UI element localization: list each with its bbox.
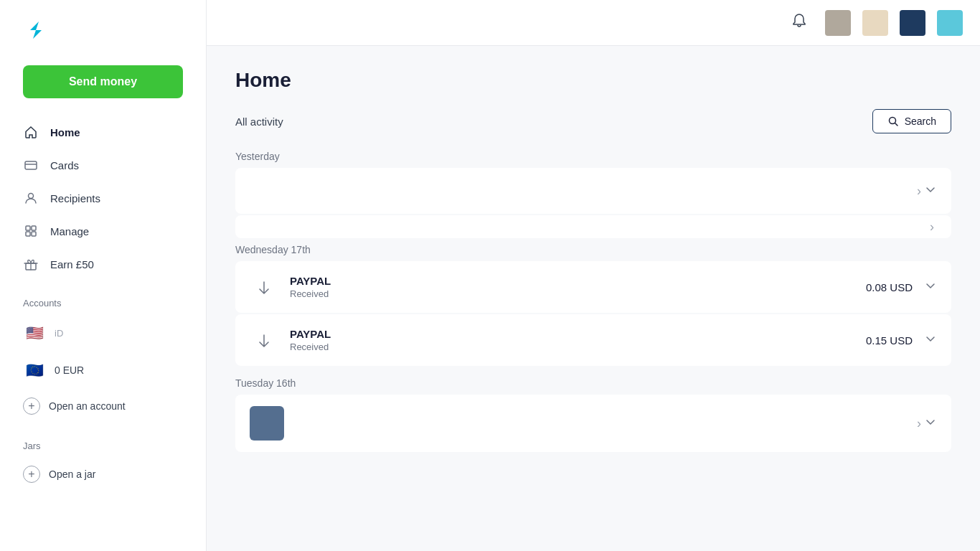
avatar-4 bbox=[937, 10, 963, 36]
eur-flag: 🇪🇺 bbox=[23, 359, 46, 382]
transaction-1-amount: 0.08 USD bbox=[866, 281, 913, 293]
page-content: Home All activity Search Yesterday › bbox=[207, 46, 980, 551]
svg-rect-3 bbox=[26, 226, 30, 230]
page-title: Home bbox=[235, 69, 951, 92]
avatar-2 bbox=[862, 10, 888, 36]
svg-rect-0 bbox=[25, 161, 37, 169]
logo-area bbox=[0, 0, 206, 60]
yesterday-chevron-right-1: › bbox=[917, 184, 921, 199]
sidebar-item-recipients[interactable]: Recipients bbox=[0, 182, 206, 215]
transaction-2-chevron bbox=[924, 332, 937, 349]
yesterday-chevron-down bbox=[924, 183, 937, 199]
accounts-section-label: Accounts bbox=[0, 286, 206, 314]
grid-icon bbox=[23, 223, 39, 239]
transaction-2-sub: Received bbox=[290, 342, 866, 352]
svg-rect-5 bbox=[26, 232, 30, 236]
sidebar-item-cards-label: Cards bbox=[50, 159, 79, 171]
transaction-2-details: PAYPAL Received bbox=[290, 328, 866, 352]
sidebar-item-home[interactable]: Home bbox=[0, 116, 206, 149]
bell-icon[interactable] bbox=[791, 12, 808, 34]
search-button-label: Search bbox=[905, 116, 936, 127]
paypal-received-icon-1 bbox=[250, 273, 278, 301]
eur-account-info: 0 EUR bbox=[55, 364, 84, 376]
avatar-1 bbox=[825, 10, 851, 36]
tuesday-transaction-icon bbox=[250, 406, 284, 441]
sidebar: Send money Home Cards bbox=[0, 0, 207, 551]
home-icon bbox=[23, 124, 39, 140]
yesterday-sub-row: › bbox=[235, 215, 951, 238]
main-content: Home All activity Search Yesterday › bbox=[207, 0, 980, 551]
tuesday-activity-row[interactable]: › bbox=[235, 395, 951, 452]
jars-section-label: Jars bbox=[0, 429, 206, 457]
svg-point-2 bbox=[29, 194, 34, 199]
revolut-logo bbox=[23, 17, 49, 48]
tuesday-chevron-down bbox=[924, 415, 937, 432]
search-button[interactable]: Search bbox=[872, 109, 951, 133]
person-icon bbox=[23, 190, 39, 206]
sidebar-item-cards[interactable]: Cards bbox=[0, 149, 206, 182]
open-jar-button[interactable]: + Open a jar bbox=[0, 457, 206, 491]
sidebar-item-earn[interactable]: Earn £50 bbox=[0, 248, 206, 281]
open-jar-label: Open a jar bbox=[49, 468, 95, 480]
nav-section: Home Cards Recipients bbox=[0, 116, 206, 286]
tuesday-chevron-right: › bbox=[917, 416, 921, 431]
plus-icon: + bbox=[23, 397, 40, 415]
yesterday-date-label: Yesterday bbox=[235, 151, 951, 162]
eur-account-item[interactable]: 🇪🇺 0 EUR bbox=[0, 352, 206, 389]
sidebar-item-recipients-label: Recipients bbox=[50, 192, 100, 204]
sidebar-item-home-label: Home bbox=[50, 126, 80, 138]
transaction-1-sub: Received bbox=[290, 288, 866, 299]
sidebar-item-manage[interactable]: Manage bbox=[0, 215, 206, 248]
search-icon bbox=[887, 116, 899, 127]
usd-flag: 🇺🇸 bbox=[23, 321, 46, 344]
sidebar-item-earn-label: Earn £50 bbox=[50, 258, 94, 270]
svg-line-9 bbox=[895, 123, 897, 126]
usd-account-item[interactable]: 🇺🇸 iD bbox=[0, 314, 206, 352]
all-activity-label: All activity bbox=[235, 116, 283, 128]
tuesday-date-label: Tuesday 16th bbox=[235, 377, 951, 389]
open-account-button[interactable]: + Open an account bbox=[0, 389, 206, 423]
card-icon bbox=[23, 157, 39, 173]
svg-rect-4 bbox=[32, 226, 36, 230]
svg-rect-6 bbox=[32, 232, 36, 236]
transaction-2-amount: 0.15 USD bbox=[866, 334, 913, 347]
eur-account-balance: 0 EUR bbox=[55, 364, 84, 376]
open-jar-plus-icon: + bbox=[23, 466, 40, 483]
top-header bbox=[207, 0, 980, 46]
open-account-label: Open an account bbox=[49, 400, 126, 412]
avatar-3 bbox=[900, 10, 925, 36]
yesterday-activity-row[interactable]: › bbox=[235, 168, 951, 214]
wednesday-date-label: Wednesday 17th bbox=[235, 244, 951, 255]
sidebar-item-manage-label: Manage bbox=[50, 225, 89, 237]
activity-header: All activity Search bbox=[235, 109, 951, 133]
transaction-row-2[interactable]: PAYPAL Received 0.15 USD bbox=[235, 314, 951, 366]
gift-icon bbox=[23, 256, 39, 272]
transaction-row-1[interactable]: PAYPAL Received 0.08 USD bbox=[235, 261, 951, 313]
transaction-2-name: PAYPAL bbox=[290, 328, 866, 340]
transaction-1-details: PAYPAL Received bbox=[290, 275, 866, 299]
transaction-1-chevron bbox=[924, 279, 937, 296]
send-money-button[interactable]: Send money bbox=[23, 65, 183, 98]
transaction-1-name: PAYPAL bbox=[290, 275, 866, 287]
yesterday-chevron-right-2: › bbox=[930, 220, 934, 235]
paypal-received-icon-2 bbox=[250, 326, 278, 354]
jars-section: Jars + Open a jar bbox=[0, 429, 206, 491]
usd-account-id: iD bbox=[55, 328, 63, 339]
usd-account-info: iD bbox=[55, 328, 63, 339]
